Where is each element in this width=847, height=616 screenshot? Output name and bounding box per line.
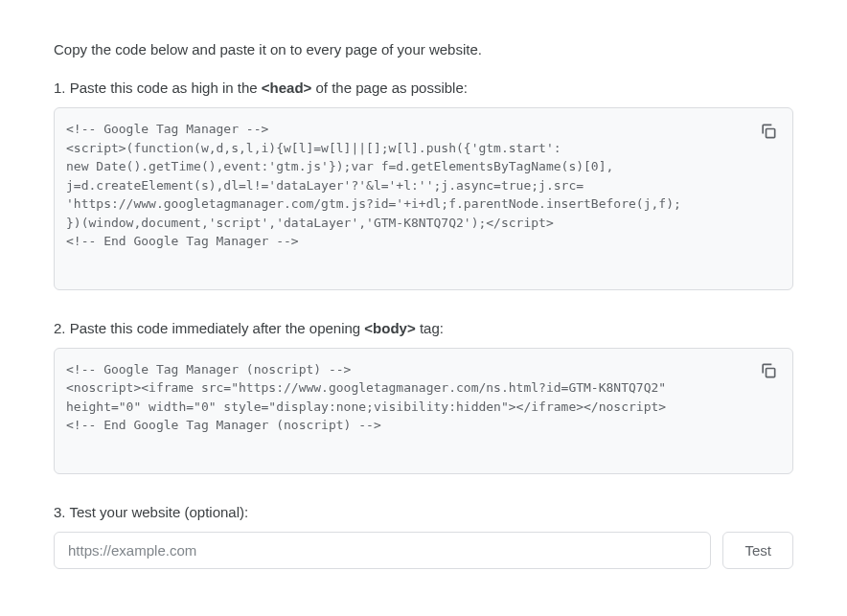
step1-prefix: 1. Paste this code as high in the (54, 80, 262, 96)
footer-text: For more information about installing th… (54, 611, 793, 617)
step1-bold: <head> (262, 80, 312, 96)
step2-label: 2. Paste this code immediately after the… (54, 317, 793, 340)
step2-prefix: 2. Paste this code immediately after the… (54, 320, 364, 336)
copy-icon (759, 361, 778, 383)
step1-label: 1. Paste this code as high in the <head>… (54, 77, 793, 100)
test-row: Test (54, 532, 793, 569)
body-code: <!-- Google Tag Manager (noscript) --> <… (66, 360, 744, 435)
copy-button-head[interactable] (752, 116, 785, 148)
step3-label: 3. Test your website (optional): (54, 501, 793, 524)
step2-suffix: tag: (416, 320, 444, 336)
test-button[interactable]: Test (722, 532, 793, 569)
svg-rect-1 (767, 369, 775, 377)
step2-bold: <body> (364, 320, 415, 336)
svg-rect-0 (767, 128, 775, 137)
test-url-input[interactable] (54, 532, 711, 569)
body-code-block: <!-- Google Tag Manager (noscript) --> <… (54, 348, 793, 474)
copy-button-body[interactable] (752, 356, 785, 389)
copy-icon (759, 122, 778, 144)
step1-suffix: of the page as possible: (311, 80, 468, 96)
head-code: <!-- Google Tag Manager --> <script>(fun… (66, 120, 744, 251)
intro-text: Copy the code below and paste it on to e… (54, 38, 793, 61)
head-code-block: <!-- Google Tag Manager --> <script>(fun… (54, 107, 793, 290)
